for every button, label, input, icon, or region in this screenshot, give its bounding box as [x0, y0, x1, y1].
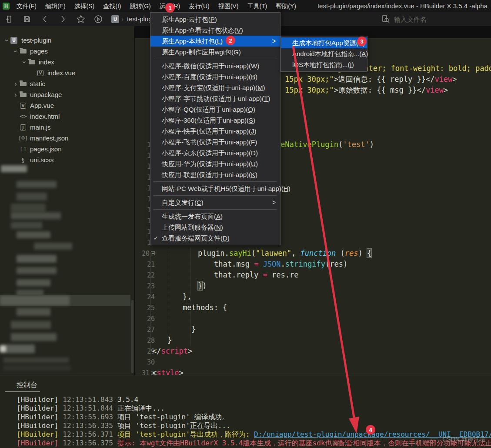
breadcrumb-project[interactable]: test-plug: [127, 14, 152, 24]
code-line[interactable]: plugin.sayHi("lauwen", function (res) {: [198, 248, 371, 259]
menu-item[interactable]: 原生App-查看云打包状态(V): [150, 25, 280, 36]
tree-item[interactable]: ›static: [0, 78, 131, 89]
code-line[interactable]: }: [191, 324, 196, 335]
code-line[interactable]: that.reply = res.re: [214, 270, 299, 281]
menu-item[interactable]: 生成统一发布页面(A): [150, 211, 280, 222]
code-token: >: [444, 86, 448, 94]
code-line[interactable]: }: [167, 335, 172, 346]
tree-item[interactable]: ›unpackage: [0, 89, 131, 100]
nav-back-button[interactable]: [40, 14, 50, 24]
code-token: 15px 30px;": [285, 75, 334, 84]
file-tree: ›Utest-plugin›pages›indexVindex.vue›stat…: [0, 35, 131, 165]
menu-item[interactable]: 自定义发行(C)>: [150, 197, 280, 208]
menubar-item[interactable]: 查找(I): [99, 0, 125, 12]
code-line[interactable]: },: [183, 291, 191, 302]
menu-item-label: 原生App-本地打包(L): [162, 37, 223, 45]
gutter-row: 30: [135, 357, 155, 368]
line-number: 20: [142, 250, 150, 257]
tree-item[interactable]: VApp.vue: [0, 100, 131, 111]
code-line[interactable]: 15px 30px;">返回信息: {{ reply }}</view>: [285, 74, 457, 85]
code-token: res: [345, 249, 358, 257]
menu-item[interactable]: 小程序-360(仅适用于uni-app)(S): [150, 115, 280, 126]
menu-item[interactable]: 小程序-飞书(仅适用于uni-app)(F): [150, 137, 280, 147]
menu-item[interactable]: 小程序-快手(仅适用于uni-app)(J): [150, 126, 280, 137]
menu-item[interactable]: 小程序-微信(仅适用于uni-app)(W): [150, 60, 280, 71]
chevron-open-icon[interactable]: ›: [20, 59, 28, 66]
code-token: that.msg: [214, 260, 254, 268]
run-button[interactable]: [93, 14, 104, 24]
menubar-item[interactable]: 发行(U): [185, 0, 213, 12]
tree-item[interactable]: Vindex.vue: [0, 67, 131, 78]
menubar-item[interactable]: 编辑(E): [41, 0, 70, 12]
menu-item[interactable]: iOS本地打包指南...(I): [281, 59, 367, 70]
menu-item[interactable]: 网站-PC Web或手机H5(仅适用于uni-app)(H): [150, 183, 280, 194]
chevron-closed-icon[interactable]: ›: [12, 80, 19, 88]
menu-item[interactable]: 上传网站到服务器(N): [150, 222, 280, 233]
code-line[interactable]: <style>: [152, 368, 184, 375]
redacted-item: [17, 231, 50, 238]
menubar-item[interactable]: 工具(T): [243, 0, 271, 12]
menu-item[interactable]: 快应用-联盟(仅适用于uni-app)(K): [150, 169, 280, 180]
fold-marker-icon[interactable]: [151, 251, 155, 255]
menubar-item[interactable]: 帮助(Y): [272, 0, 300, 12]
code-line[interactable]: eNativePlugin('test'): [281, 139, 374, 150]
menu-item-label: 上传网站到服务器(N): [162, 224, 223, 231]
console-tab[interactable]: 控制台: [17, 381, 37, 390]
nav-forward-button[interactable]: [57, 14, 68, 24]
menu-item[interactable]: ✓查看服务端网页文件(D): [150, 233, 280, 244]
line-number: 23: [147, 282, 155, 290]
menubar-item[interactable]: 选择(S): [70, 0, 99, 12]
menu-item[interactable]: 原生App-云打包(P): [150, 14, 280, 25]
code-token: [258, 260, 263, 268]
chevron-closed-icon[interactable]: ›: [12, 91, 19, 99]
tree-item[interactable]: [ ]pages.json: [0, 144, 131, 154]
watermark: CSDN @棒洗啦: [442, 436, 486, 444]
menu-item[interactable]: 小程序-百度(仅适用于uni-app)(B): [150, 71, 280, 82]
gutter-row: 24: [135, 291, 155, 302]
redacted-item: [17, 193, 47, 201]
tree-item[interactable]: §uni.scss: [0, 154, 131, 165]
gutter-row: 23: [135, 281, 155, 291]
code-line[interactable]: 15px 30px;">原始数据: {{ msg }}</view>: [285, 85, 448, 96]
redacted-item: [11, 212, 61, 219]
menu-item[interactable]: 小程序-京东(仅适用于uni-app)(D): [150, 147, 280, 158]
new-file-button[interactable]: [4, 14, 15, 24]
tree-item[interactable]: ›index: [0, 57, 131, 67]
menubar-item[interactable]: 文件(F): [13, 0, 40, 12]
menu-item[interactable]: 小程序-QQ(仅适用于uni-app)(Q): [150, 104, 280, 115]
file-search-input[interactable]: [394, 13, 485, 25]
tree-item[interactable]: ›Utest-plugin: [0, 35, 131, 46]
code-token: "lauwen": [256, 249, 291, 257]
tree-item[interactable]: ›pages: [0, 46, 131, 57]
menu-item[interactable]: 快应用-华为(仅适用于uni-app)(U): [150, 158, 280, 169]
manifest-icon: [⚙]: [19, 135, 27, 142]
menu-item[interactable]: 小程序-字节跳动(仅适用于uni-app)(T): [150, 93, 280, 104]
bookmark-button[interactable]: [76, 14, 86, 24]
console-log-row: [HBuilder]12:13:56.371项目 'test-plugin'导出…: [17, 430, 491, 439]
code-line[interactable]: </script>: [152, 346, 192, 357]
tree-item[interactable]: <>index.html: [0, 111, 131, 122]
code-line[interactable]: }): [198, 281, 207, 291]
menu-item[interactable]: 原生App-本地打包(L)>: [150, 36, 280, 47]
code-line[interactable]: methods: {: [183, 302, 227, 313]
folder-open-icon: [28, 59, 36, 66]
chevron-left-icon: [41, 15, 50, 23]
chevron-open-icon[interactable]: ›: [3, 37, 11, 44]
log-time: 12:13:56.335: [63, 421, 113, 430]
submenu-arrow-icon: >: [272, 195, 276, 210]
menu-item[interactable]: 小程序-支付宝(仅适用于uni-app)(M): [150, 82, 280, 93]
save-button[interactable]: [22, 14, 32, 24]
menu-item[interactable]: 生成本地打包App资源(R): [281, 37, 367, 48]
menubar-item[interactable]: 跳转(G): [126, 0, 155, 12]
sidebar-scrollbar[interactable]: [131, 300, 134, 373]
code-line[interactable]: that.msg = JSON.stringify(res): [214, 259, 347, 270]
tree-item[interactable]: [⚙]manifest.json: [0, 133, 131, 144]
tree-item-label: unpackage: [30, 91, 62, 98]
chevron-open-icon[interactable]: ›: [12, 48, 20, 55]
menubar-item[interactable]: 视图(V): [214, 0, 243, 12]
scss-icon: §: [19, 157, 27, 164]
menu-item[interactable]: Android本地打包指南...(A): [281, 48, 367, 59]
menu-separator: [154, 195, 277, 196]
tree-item[interactable]: Jmain.js: [0, 122, 131, 133]
menu-item[interactable]: 原生App-制作应用wgt包(G): [150, 47, 280, 57]
